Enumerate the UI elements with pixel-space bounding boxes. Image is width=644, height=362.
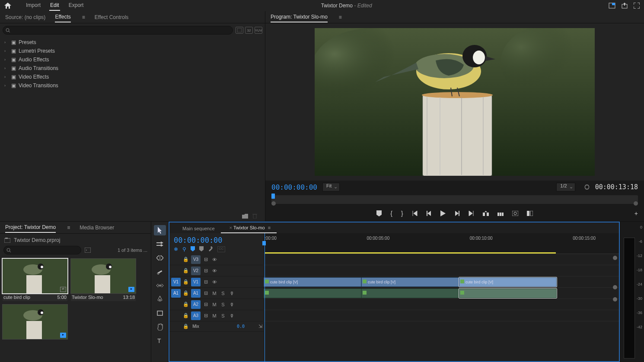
lock-icon[interactable]: 🔒 bbox=[182, 268, 189, 273]
track-header[interactable]: A1 🔒 A1 ⊟ M S 🎙 bbox=[169, 288, 264, 299]
tab-project[interactable]: Project: Twixtor Demo bbox=[5, 222, 56, 233]
voiceover-icon[interactable]: 🎙 bbox=[228, 313, 235, 318]
settings-icon[interactable] bbox=[584, 184, 590, 190]
program-scrubber[interactable] bbox=[271, 195, 638, 204]
track-header[interactable]: 🔒 A2 ⊟ M S 🎙 bbox=[169, 299, 264, 310]
delete-icon[interactable] bbox=[252, 213, 257, 219]
selection-tool-icon[interactable] bbox=[154, 225, 166, 235]
panel-menu-icon[interactable]: ≡ bbox=[82, 14, 85, 20]
video-clip[interactable]: cute bird clip [V] bbox=[264, 277, 361, 287]
rectangle-tool-icon[interactable] bbox=[154, 308, 166, 318]
tree-item[interactable]: ›▣Audio Effects bbox=[3, 55, 262, 64]
video-clip[interactable]: cute bird clip [V] bbox=[361, 277, 459, 287]
sync-lock-icon[interactable]: ⊟ bbox=[202, 257, 209, 262]
step-forward-icon[interactable] bbox=[454, 211, 459, 216]
track-header[interactable]: 🔒 V3 ⊟ 👁 bbox=[169, 254, 264, 265]
work-area-bar[interactable] bbox=[265, 252, 556, 254]
go-to-in-icon[interactable] bbox=[412, 211, 418, 216]
voiceover-icon[interactable]: 🎙 bbox=[228, 302, 235, 307]
zoom-handle[interactable] bbox=[613, 256, 617, 260]
mix-value[interactable]: 0.0 bbox=[237, 324, 245, 329]
solo-icon[interactable]: S bbox=[220, 313, 226, 318]
panel-menu-icon[interactable]: ≡ bbox=[339, 14, 342, 20]
lock-icon[interactable]: 🔒 bbox=[182, 279, 189, 285]
timeline-ruler[interactable]: :00:00 00:00:05:00 00:00:10:00 00:00:15:… bbox=[264, 233, 619, 254]
sync-lock-icon[interactable]: ⊟ bbox=[202, 268, 209, 273]
project-search-input[interactable] bbox=[3, 246, 81, 254]
sync-lock-icon[interactable]: ⊟ bbox=[202, 313, 209, 318]
solo-icon[interactable]: S bbox=[220, 291, 226, 296]
video-clip[interactable]: cute bird clip [V] bbox=[459, 277, 557, 287]
export-frame-icon[interactable] bbox=[512, 211, 518, 216]
pen-tool-icon[interactable] bbox=[154, 294, 166, 305]
comparison-view-icon[interactable] bbox=[527, 211, 533, 216]
zoom-handle[interactable] bbox=[613, 285, 617, 289]
tree-item[interactable]: ›▣Presets bbox=[3, 38, 262, 47]
panel-menu-icon[interactable]: ≡ bbox=[268, 225, 271, 230]
tree-item[interactable]: ›▣Lumetri Presets bbox=[3, 47, 262, 55]
mute-icon[interactable]: M bbox=[211, 291, 218, 296]
track-header[interactable]: 🔒 V2 ⊟ 👁 bbox=[169, 265, 264, 276]
workspace-tab-edit[interactable]: Edit bbox=[49, 0, 60, 11]
bin-item[interactable]: ⇄ cute bird clip5:00 bbox=[3, 259, 67, 301]
audio-clip[interactable] bbox=[264, 289, 361, 298]
razor-tool-icon[interactable] bbox=[154, 267, 166, 277]
resolution-dropdown[interactable]: 1/2 bbox=[556, 183, 575, 191]
track-a3[interactable] bbox=[264, 310, 619, 321]
scrubber-handle[interactable] bbox=[271, 201, 276, 206]
program-viewport[interactable] bbox=[265, 23, 644, 181]
zoom-dropdown[interactable]: Fit bbox=[322, 183, 340, 191]
tree-item[interactable]: ›▣Video Effects bbox=[3, 73, 262, 81]
playhead-line[interactable] bbox=[265, 233, 265, 362]
toggle-output-icon[interactable]: 👁 bbox=[211, 257, 218, 262]
track-v1[interactable]: cute bird clip [V] cute bird clip [V] cu… bbox=[264, 276, 619, 288]
lock-icon[interactable]: 🔒 bbox=[182, 302, 189, 307]
filter-bin-icon[interactable] bbox=[85, 248, 91, 253]
sync-lock-icon[interactable]: ⊟ bbox=[202, 279, 209, 285]
sequence-tab[interactable]: Main sequence bbox=[176, 224, 221, 233]
timeline-marker-icon[interactable] bbox=[199, 246, 204, 252]
track-a1[interactable] bbox=[264, 288, 619, 299]
program-timecode-in[interactable]: 00:00:00:00 bbox=[271, 183, 317, 191]
panel-menu-icon[interactable]: ≡ bbox=[67, 225, 70, 231]
hand-tool-icon[interactable] bbox=[154, 322, 166, 332]
lock-icon[interactable]: 🔒 bbox=[182, 290, 189, 296]
track-v2[interactable] bbox=[264, 265, 619, 276]
tab-program[interactable]: Program: Twixtor Slo-mo bbox=[271, 12, 328, 22]
tab-effects[interactable]: Effects bbox=[55, 12, 70, 22]
go-to-out-icon[interactable] bbox=[468, 211, 474, 216]
playhead-icon[interactable] bbox=[271, 194, 275, 199]
timeline-wrench-icon[interactable] bbox=[208, 246, 213, 252]
track-header[interactable]: V1 🔒 V1 ⊟ 👁 bbox=[169, 276, 264, 288]
track-select-tool-icon[interactable] bbox=[154, 239, 166, 249]
play-icon[interactable] bbox=[440, 210, 446, 216]
audio-clip[interactable] bbox=[459, 289, 557, 298]
tree-item[interactable]: ›▣Audio Transitions bbox=[3, 64, 262, 73]
mark-out-icon[interactable]: } bbox=[401, 210, 403, 217]
lock-icon[interactable]: 🔒 bbox=[182, 324, 189, 329]
add-marker-icon[interactable] bbox=[191, 246, 195, 252]
track-header[interactable]: 🔒 A3 ⊟ M S 🎙 bbox=[169, 310, 264, 321]
step-back-icon[interactable] bbox=[427, 211, 432, 216]
sequence-tab[interactable]: × Twixtor Slo-mo ≡ bbox=[221, 223, 277, 233]
track-a2[interactable] bbox=[264, 299, 619, 310]
workspace-tab-import[interactable]: Import bbox=[25, 0, 41, 11]
bin-item[interactable]: ▸ Twixtor Slo-mo13:18 bbox=[71, 259, 136, 301]
32bit-badge-icon[interactable]: 32 bbox=[245, 27, 253, 34]
lift-icon[interactable] bbox=[483, 211, 489, 216]
lock-icon[interactable]: 🔒 bbox=[182, 313, 189, 318]
zoom-handle[interactable] bbox=[613, 297, 617, 302]
snap-icon[interactable]: ❄ bbox=[174, 246, 178, 252]
lock-icon[interactable]: 🔒 bbox=[182, 257, 189, 262]
new-bin-icon[interactable] bbox=[242, 214, 248, 219]
slip-tool-icon[interactable] bbox=[154, 280, 166, 291]
home-icon[interactable] bbox=[4, 3, 15, 9]
expand-mix-icon[interactable]: ⇲ bbox=[257, 324, 264, 329]
bin-item[interactable]: ▸ bbox=[3, 305, 67, 339]
toggle-output-icon[interactable]: 👁 bbox=[211, 268, 218, 273]
effects-search-input[interactable] bbox=[3, 26, 233, 35]
ripple-edit-tool-icon[interactable] bbox=[154, 253, 166, 263]
linked-selection-icon[interactable]: ⚲ bbox=[182, 246, 186, 252]
timeline-timecode[interactable]: 00:00:00:00 bbox=[174, 236, 259, 245]
track-v3[interactable] bbox=[264, 254, 619, 265]
